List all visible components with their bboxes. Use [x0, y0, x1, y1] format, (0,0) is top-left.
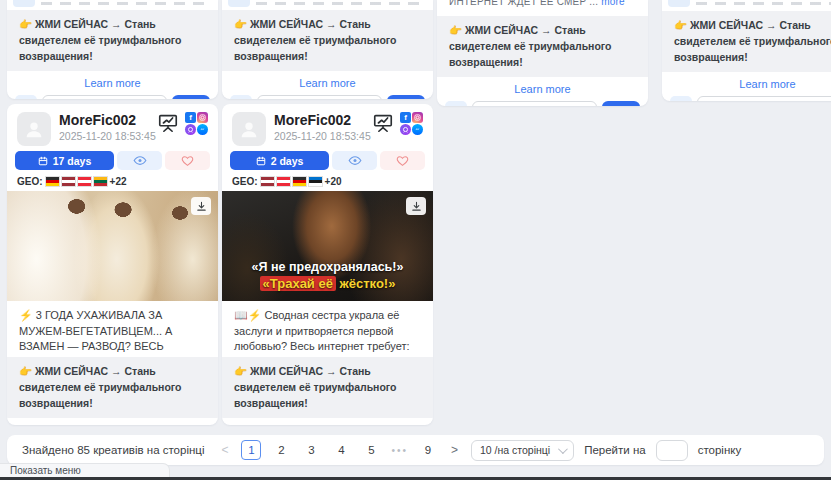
heart-icon	[181, 155, 194, 167]
landing-url-input[interactable]	[697, 96, 831, 101]
learn-more-link[interactable]: Learn more	[662, 78, 831, 90]
cta-quote-block: 👉 ЖМИ СЕЙЧАС → Стань свидетелем её триум…	[7, 357, 218, 418]
flag-at-icon	[277, 177, 290, 186]
creative-header: MoreFic002 2025-11-20 18:53:45 f	[222, 104, 433, 146]
results-count: Знайдено 85 креативів на сторінці	[22, 444, 204, 456]
landing-url-input[interactable]	[42, 95, 167, 99]
page-5[interactable]: 5	[361, 440, 381, 460]
profile-name: MoreFic002	[274, 112, 372, 128]
show-menu-button[interactable]: Показать меню	[0, 463, 170, 477]
search-url-button[interactable]	[445, 101, 467, 106]
page-3[interactable]: 3	[301, 440, 321, 460]
geo-label: GEO:	[17, 176, 43, 187]
calendar-icon	[256, 156, 266, 166]
learn-more-link[interactable]: Learn more	[437, 83, 648, 95]
landing-url-input[interactable]	[472, 101, 597, 106]
flag-lt-icon	[94, 177, 107, 186]
more-link[interactable]: more	[601, 0, 625, 7]
preview-button[interactable]	[117, 151, 162, 170]
learn-more-link[interactable]: Learn more	[222, 77, 433, 89]
flag-lv-icon	[62, 177, 75, 186]
cutoff-search-button-fragment	[13, 0, 35, 7]
pagination-bar: Знайдено 85 креативів на сторінці < 1 2 …	[7, 435, 824, 465]
goto-label-prefix: Перейти на	[584, 444, 646, 456]
creative-actions: 17 days	[7, 151, 218, 170]
eye-icon	[348, 155, 362, 166]
geo-row: GEO: +22	[7, 175, 218, 187]
geo-flags	[46, 177, 107, 186]
creative-image[interactable]	[7, 191, 218, 301]
favorite-button[interactable]	[380, 151, 425, 170]
download-image-button[interactable]	[191, 197, 211, 215]
next-page-button[interactable]: >	[448, 443, 461, 457]
creative-card-2: MoreFic002 2025-11-20 18:53:45 f 2 days	[222, 104, 433, 425]
geo-label: GEO:	[232, 176, 258, 187]
creative-header: MoreFic002 2025-11-20 18:53:45 f	[7, 104, 218, 146]
placements-icons: f	[400, 112, 423, 135]
learn-more-link[interactable]: Learn more	[7, 424, 218, 425]
page-2[interactable]: 2	[271, 440, 291, 460]
creative-card-partial-3: ИНТЕРНЕТ ЖДЁТ ЕЁ СМЕР ... more 👉 ЖМИ СЕЙ…	[437, 0, 648, 106]
creative-text: 📖⚡ Сводная сестра украла её заслуги и пр…	[222, 301, 433, 353]
person-icon	[23, 118, 45, 140]
learn-more-link[interactable]: Learn more	[222, 424, 433, 425]
creative-datetime: 2025-11-20 18:53:45	[274, 130, 372, 142]
creative-card-partial-2: 👉 ЖМИ СЕЙЧАС → Стань свидетелем её триум…	[222, 0, 433, 99]
messenger-icon	[412, 124, 423, 135]
audience-network-icon	[400, 124, 411, 135]
flag-ee-icon	[309, 177, 322, 186]
cta-quote-block: 👉 ЖМИ СЕЙЧАС → Стань свидетелем её триум…	[662, 11, 831, 72]
page-1[interactable]: 1	[241, 440, 261, 460]
avatar	[17, 112, 51, 146]
analytics-presentation-icon[interactable]	[372, 112, 394, 134]
download-image-button[interactable]	[406, 197, 426, 215]
preview-button[interactable]	[332, 151, 377, 170]
image-overlay-text: «Я не предохранялась!» «Трахай её жёстко…	[222, 259, 433, 293]
creative-text: ⚡ 3 ГОДА УХАЖИВАЛА ЗА МУЖЕМ-ВЕГЕТАТИВЦЕМ…	[7, 301, 218, 353]
cutoff-fragment	[662, 0, 831, 8]
cta-quote-block: 👉 ЖМИ СЕЙЧАС → Стань свидетелем её триум…	[222, 10, 433, 71]
url-row	[437, 100, 648, 106]
days-active-button[interactable]: 17 days	[15, 151, 114, 170]
days-active-button[interactable]: 2 days	[230, 151, 329, 170]
prev-page-button[interactable]: <	[218, 443, 231, 457]
instagram-icon	[197, 112, 208, 123]
creative-card-partial-1: 👉 ЖМИ СЕЙЧАС → Стань свидетелем её триум…	[7, 0, 218, 99]
analytics-presentation-icon[interactable]	[157, 112, 179, 134]
cutoff-search-button-fragment	[668, 0, 690, 7]
favorite-button[interactable]	[165, 151, 210, 170]
page-9[interactable]: 9	[418, 440, 438, 460]
flag-at-icon	[78, 177, 91, 186]
avatar	[232, 112, 266, 146]
eye-icon	[133, 155, 147, 166]
cutoff-text-fragment	[41, 2, 204, 5]
search-url-button[interactable]	[15, 95, 37, 99]
flag-de-icon	[293, 177, 306, 186]
landing-url-input[interactable]	[257, 95, 382, 99]
open-url-button[interactable]	[387, 95, 425, 99]
geo-row: GEO: +20	[222, 175, 433, 187]
url-row	[7, 94, 218, 99]
creative-card-partial-4: 👉 ЖМИ СЕЙЧАС → Стань свидетелем её триум…	[662, 0, 831, 101]
cutoff-search-button-fragment	[228, 0, 250, 7]
cutoff-body-text: ИНТЕРНЕТ ЖДЁТ ЕЁ СМЕР ... more	[449, 0, 625, 7]
creative-image[interactable]: «Я не предохранялась!» «Трахай её жёстко…	[222, 191, 433, 301]
calendar-icon	[38, 156, 48, 166]
open-url-button[interactable]	[172, 95, 210, 99]
page-4[interactable]: 4	[331, 440, 351, 460]
search-url-button[interactable]	[230, 95, 252, 99]
search-url-button[interactable]	[670, 96, 692, 101]
cta-quote-block: 👉 ЖМИ СЕЙЧАС → Стань свидетелем её триум…	[222, 357, 433, 418]
audience-network-icon	[185, 124, 196, 135]
goto-label-suffix: сторінку	[698, 444, 742, 456]
flag-lv-icon	[261, 177, 274, 186]
creative-card-1: MoreFic002 2025-11-20 18:53:45 f 17 days	[7, 104, 218, 425]
creative-datetime: 2025-11-20 18:53:45	[59, 130, 157, 142]
download-icon	[196, 201, 207, 212]
page-ellipsis[interactable]: •••	[391, 445, 408, 456]
page-size-select[interactable]: 10 /на сторінці	[471, 440, 574, 461]
open-url-button[interactable]	[602, 101, 640, 106]
goto-page-input[interactable]	[656, 440, 688, 461]
learn-more-link[interactable]: Learn more	[7, 77, 218, 89]
download-icon	[411, 201, 422, 212]
